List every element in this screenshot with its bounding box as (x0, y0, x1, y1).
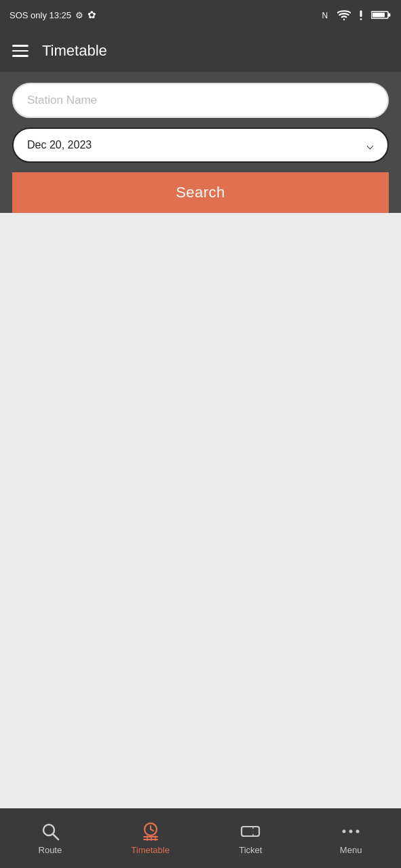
status-left: SOS only 13:25 ⚙ ✿ (9, 9, 96, 21)
bottom-nav: Route Timetable Ticket (0, 808, 401, 868)
hamburger-line (12, 50, 28, 52)
app-header: Timetable (0, 30, 401, 72)
dots-icon (341, 821, 361, 842)
status-sos-time: SOS only 13:25 (9, 10, 71, 20)
hamburger-line (12, 55, 28, 57)
svg-point-21 (349, 830, 353, 833)
svg-line-8 (53, 834, 58, 840)
flower-icon: ✿ (88, 9, 96, 21)
nav-item-menu[interactable]: Menu (301, 821, 401, 855)
ticket-icon (240, 821, 261, 842)
gear-icon: ⚙ (75, 10, 83, 20)
svg-rect-3 (360, 18, 362, 20)
search-icon (40, 821, 60, 842)
svg-rect-17 (242, 827, 259, 836)
svg-point-19 (252, 831, 254, 834)
svg-point-20 (343, 830, 346, 833)
svg-text:N: N (322, 11, 328, 20)
nav-label-ticket: Ticket (239, 845, 262, 855)
svg-point-1 (343, 18, 345, 20)
station-name-input[interactable] (12, 83, 389, 118)
timetable-icon (140, 821, 161, 842)
date-value: Dec 20, 2023 (27, 139, 92, 151)
date-picker[interactable]: Dec 20, 2023 ⌵ (12, 127, 389, 163)
nav-label-timetable: Timetable (131, 845, 170, 855)
menu-button[interactable] (12, 45, 28, 57)
svg-point-22 (356, 830, 360, 833)
nav-label-route: Route (39, 845, 62, 855)
search-area: Dec 20, 2023 ⌵ Search (0, 72, 401, 213)
battery-icon (371, 9, 392, 20)
nav-item-ticket[interactable]: Ticket (201, 821, 301, 855)
svg-rect-5 (388, 14, 390, 17)
svg-rect-6 (373, 13, 385, 18)
nav-item-route[interactable]: Route (0, 821, 100, 855)
nfc-icon: N (321, 9, 333, 21)
main-content (0, 213, 401, 808)
svg-point-18 (252, 829, 254, 831)
status-bar: SOS only 13:25 ⚙ ✿ N (0, 0, 401, 30)
alert-icon (355, 9, 367, 21)
svg-rect-2 (360, 10, 362, 17)
nav-item-timetable[interactable]: Timetable (100, 821, 201, 855)
svg-line-11 (151, 829, 153, 831)
wifi-icon (337, 9, 351, 20)
nav-label-menu: Menu (340, 845, 362, 855)
page-title: Timetable (42, 42, 107, 60)
search-button[interactable]: Search (12, 172, 389, 213)
hamburger-line (12, 45, 28, 47)
status-right: N (321, 9, 392, 21)
chevron-down-icon: ⌵ (366, 138, 374, 153)
